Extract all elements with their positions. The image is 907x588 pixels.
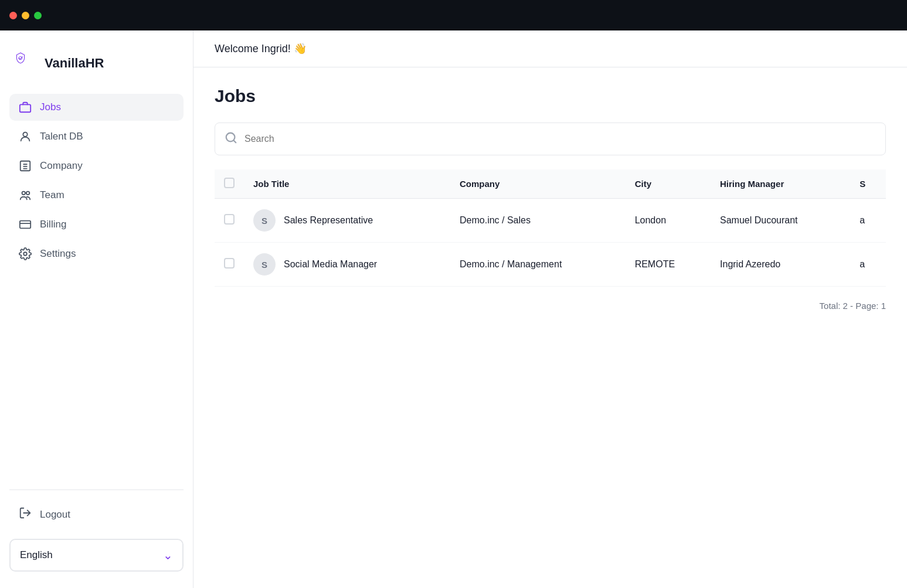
sidebar-item-jobs[interactable]: Jobs xyxy=(9,94,184,121)
welcome-text: Welcome Ingrid! 👋 xyxy=(215,43,307,55)
job-title-cell: S Sales Representative xyxy=(244,199,450,243)
talent-db-icon xyxy=(19,130,32,143)
language-label: English xyxy=(20,549,53,561)
job-avatar: S xyxy=(253,209,276,232)
svg-point-0 xyxy=(19,56,22,60)
sidebar-item-team[interactable]: Team xyxy=(9,182,184,209)
job-avatar: S xyxy=(253,253,276,276)
company-cell: Demo.inc / Sales xyxy=(450,199,626,243)
jobs-table: Job Title Company City Hiring Manager S xyxy=(215,169,886,287)
jobs-icon xyxy=(19,101,32,114)
nav-items: Jobs Talent DB xyxy=(0,94,193,480)
sidebar-item-label: Jobs xyxy=(40,101,61,113)
sidebar-item-settings[interactable]: Settings xyxy=(9,240,184,267)
logo-text: VanillaHR xyxy=(45,56,104,71)
sidebar: VanillaHR Jobs xyxy=(0,30,193,588)
sidebar-item-label: Billing xyxy=(40,219,66,230)
select-all-checkbox[interactable] xyxy=(224,178,235,188)
hiring-manager-cell: Samuel Ducourant xyxy=(711,199,850,243)
company-column: Company xyxy=(450,169,626,199)
content-area: Jobs xyxy=(193,67,907,588)
billing-icon xyxy=(19,218,32,231)
search-input[interactable] xyxy=(244,134,876,144)
company-cell: Demo.inc / Management xyxy=(450,243,626,287)
logo-area: VanillaHR xyxy=(0,42,193,94)
table-header-row: Job Title Company City Hiring Manager S xyxy=(215,169,886,199)
settings-icon xyxy=(19,247,32,260)
minimize-button[interactable] xyxy=(22,12,29,19)
search-icon xyxy=(225,131,237,147)
row-checkbox[interactable] xyxy=(224,214,235,225)
svg-point-7 xyxy=(23,252,27,256)
nav-divider xyxy=(9,490,184,490)
job-title-column: Job Title xyxy=(244,169,450,199)
hiring-manager-cell: Ingrid Azeredo xyxy=(711,243,850,287)
svg-point-2 xyxy=(23,132,27,137)
maximize-button[interactable] xyxy=(34,12,42,19)
logout-icon xyxy=(19,507,32,522)
sidebar-item-billing[interactable]: Billing xyxy=(9,211,184,238)
select-all-column xyxy=(215,169,244,199)
close-button[interactable] xyxy=(9,12,17,19)
svg-point-5 xyxy=(26,192,30,195)
page-title: Jobs xyxy=(215,86,886,106)
row-checkbox-cell xyxy=(215,199,244,243)
language-selector[interactable]: English ⌄ xyxy=(9,539,184,572)
logout-button[interactable]: Logout xyxy=(0,499,193,529)
sidebar-item-talent-db[interactable]: Talent DB xyxy=(9,123,184,150)
hiring-manager-column: Hiring Manager xyxy=(711,169,850,199)
row-checkbox-cell xyxy=(215,243,244,287)
pagination-info: Total: 2 - Page: 1 xyxy=(215,287,886,325)
sidebar-item-label: Team xyxy=(40,189,64,201)
logo-icon xyxy=(14,52,38,75)
sidebar-item-company[interactable]: Company xyxy=(9,152,184,179)
city-cell: London xyxy=(626,199,711,243)
welcome-bar: Welcome Ingrid! 👋 xyxy=(193,30,907,67)
search-bar xyxy=(215,123,886,155)
table-row[interactable]: S Sales Representative Demo.inc / Sales … xyxy=(215,199,886,243)
sidebar-item-label: Company xyxy=(40,160,83,172)
svg-point-4 xyxy=(22,192,26,195)
company-icon xyxy=(19,159,32,172)
city-cell: REMOTE xyxy=(626,243,711,287)
app-container: VanillaHR Jobs xyxy=(0,30,907,588)
status-cell: a xyxy=(850,243,886,287)
traffic-lights xyxy=(9,12,42,19)
svg-line-10 xyxy=(233,140,236,142)
main-content: Welcome Ingrid! 👋 Jobs xyxy=(193,30,907,588)
team-icon xyxy=(19,189,32,202)
title-bar xyxy=(0,0,907,30)
logout-label: Logout xyxy=(40,509,70,521)
sidebar-item-label: Settings xyxy=(40,248,76,260)
city-column: City xyxy=(626,169,711,199)
status-cell: a xyxy=(850,199,886,243)
chevron-down-icon: ⌄ xyxy=(163,548,173,562)
sidebar-item-label: Talent DB xyxy=(40,131,83,142)
svg-rect-6 xyxy=(20,221,30,229)
table-row[interactable]: S Social Media Manager Demo.inc / Manage… xyxy=(215,243,886,287)
row-checkbox[interactable] xyxy=(224,258,235,268)
status-column: S xyxy=(850,169,886,199)
svg-rect-1 xyxy=(20,104,30,112)
job-title-cell: S Social Media Manager xyxy=(244,243,450,287)
